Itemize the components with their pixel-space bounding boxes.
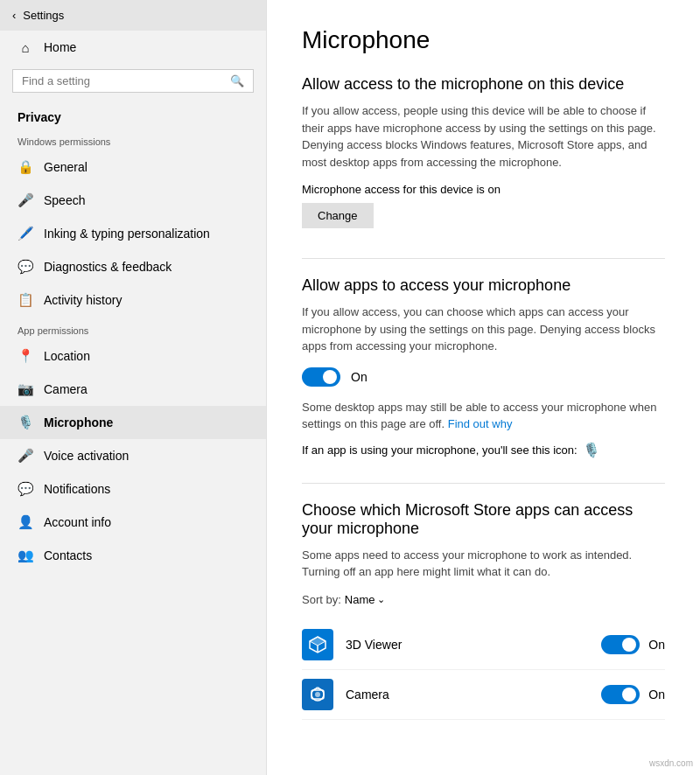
sidebar-item-speech[interactable]: 🎤 Speech xyxy=(0,184,266,217)
section2-description: If you allow access, you can choose whic… xyxy=(302,304,665,355)
find-out-why-link[interactable]: Find out why xyxy=(448,417,513,430)
section3-description: Some apps need to access your microphone… xyxy=(302,547,665,581)
sidebar-item-microphone[interactable]: 🎙️ Microphone xyxy=(0,406,266,439)
windows-permissions-title: Windows permissions xyxy=(0,128,266,150)
voice-label: Voice activation xyxy=(44,449,129,463)
sidebar-item-inking[interactable]: 🖊️ Inking & typing personalization xyxy=(0,217,266,250)
svg-marker-1 xyxy=(310,637,326,646)
general-icon: 🔒 xyxy=(18,159,33,175)
3dviewer-toggle[interactable] xyxy=(601,635,640,654)
page-title: Microphone xyxy=(302,26,665,54)
inking-icon: 🖊️ xyxy=(18,226,33,241)
search-icon: 🔍 xyxy=(230,74,244,87)
sidebar-item-location[interactable]: 📍 Location xyxy=(0,339,266,373)
inking-label: Inking & typing personalization xyxy=(44,227,210,241)
account-icon: 👤 xyxy=(18,514,33,530)
search-input[interactable] xyxy=(22,74,230,87)
diagnostics-icon: 💬 xyxy=(18,259,33,275)
watermark: wsxdn.com xyxy=(649,758,693,768)
camera-app-icon xyxy=(302,679,333,710)
sidebar-item-notifications[interactable]: 💬 Notifications xyxy=(0,472,266,506)
sidebar: ‹ Settings ⌂ Home 🔍 Privacy Windows perm… xyxy=(0,0,267,775)
camera-app-name: Camera xyxy=(346,688,601,702)
diagnostics-label: Diagnostics & feedback xyxy=(44,260,172,274)
sort-value-text: Name xyxy=(345,593,375,606)
section1-heading: Allow access to the microphone on this d… xyxy=(302,75,665,94)
apps-access-toggle-label: On xyxy=(351,370,368,384)
search-box: 🔍 xyxy=(12,69,254,93)
chevron-down-icon: ⌄ xyxy=(377,594,385,605)
location-label: Location xyxy=(44,349,90,363)
3dviewer-app-icon xyxy=(302,629,333,660)
contacts-icon: 👥 xyxy=(18,548,33,563)
general-label: General xyxy=(44,160,88,174)
microphone-label: Microphone xyxy=(44,415,113,429)
section-divider-1 xyxy=(302,258,665,259)
3dviewer-toggle-knob xyxy=(622,638,636,652)
section3-heading: Choose which Microsoft Store apps can ac… xyxy=(302,501,665,538)
3dviewer-app-name: 3D Viewer xyxy=(346,638,601,652)
back-icon: ‹ xyxy=(12,9,16,22)
notifications-icon: 💬 xyxy=(18,481,33,497)
device-status-text: Microphone access for this device is on xyxy=(302,183,665,196)
sidebar-item-voice[interactable]: 🎤 Voice activation xyxy=(0,439,266,472)
sort-value-button[interactable]: Name ⌄ xyxy=(345,593,386,606)
speech-icon: 🎤 xyxy=(18,192,33,208)
apps-access-toggle[interactable] xyxy=(302,367,340,387)
home-label: Home xyxy=(44,40,76,54)
desktop-apps-info: Some desktop apps may still be able to a… xyxy=(302,399,665,433)
privacy-label: Privacy xyxy=(0,101,266,128)
camera-app-toggle[interactable] xyxy=(601,685,640,704)
home-icon: ⌂ xyxy=(18,39,33,55)
camera-label: Camera xyxy=(44,382,88,396)
camera-app-toggle-knob xyxy=(622,688,636,702)
section-divider-2 xyxy=(302,483,665,484)
sidebar-item-contacts[interactable]: 👥 Contacts xyxy=(0,539,266,572)
apps-access-toggle-row: On xyxy=(302,367,665,387)
icon-note-text: If an app is using your microphone, you'… xyxy=(302,443,578,457)
location-icon: 📍 xyxy=(18,348,33,364)
microphone-note-icon: 🎙️ xyxy=(583,442,600,458)
voice-icon: 🎤 xyxy=(18,448,33,464)
camera-app-toggle-label: On xyxy=(648,688,665,702)
camera-icon: 📷 xyxy=(18,381,33,397)
sort-row: Sort by: Name ⌄ xyxy=(302,593,665,606)
app-row-camera: Camera On xyxy=(302,670,665,720)
svg-point-4 xyxy=(315,692,320,697)
contacts-label: Contacts xyxy=(44,548,92,562)
activity-icon: 📋 xyxy=(18,292,33,308)
main-content: Microphone Allow access to the microphon… xyxy=(267,0,700,775)
back-button[interactable]: ‹ Settings xyxy=(0,0,266,31)
toggle-knob xyxy=(323,370,337,384)
sidebar-item-diagnostics[interactable]: 💬 Diagnostics & feedback xyxy=(0,250,266,283)
sidebar-item-account[interactable]: 👤 Account info xyxy=(0,506,266,539)
app-permissions-title: App permissions xyxy=(0,317,266,339)
sidebar-item-home[interactable]: ⌂ Home xyxy=(0,31,266,64)
sidebar-item-camera[interactable]: 📷 Camera xyxy=(0,373,266,406)
section2-heading: Allow apps to access your microphone xyxy=(302,276,665,295)
speech-label: Speech xyxy=(44,193,85,207)
change-button[interactable]: Change xyxy=(302,203,374,228)
sort-by-label: Sort by: xyxy=(302,593,341,606)
account-label: Account info xyxy=(44,515,111,529)
app-row-3dviewer: 3D Viewer On xyxy=(302,620,665,670)
3dviewer-toggle-label: On xyxy=(648,638,665,652)
microphone-icon: 🎙️ xyxy=(18,415,33,430)
settings-title: Settings xyxy=(23,9,64,22)
section1-description: If you allow access, people using this d… xyxy=(302,102,665,171)
activity-label: Activity history xyxy=(44,293,122,307)
notifications-label: Notifications xyxy=(44,482,110,496)
sidebar-item-activity[interactable]: 📋 Activity history xyxy=(0,283,266,317)
sidebar-item-general[interactable]: 🔒 General xyxy=(0,150,266,184)
icon-note: If an app is using your microphone, you'… xyxy=(302,442,665,458)
